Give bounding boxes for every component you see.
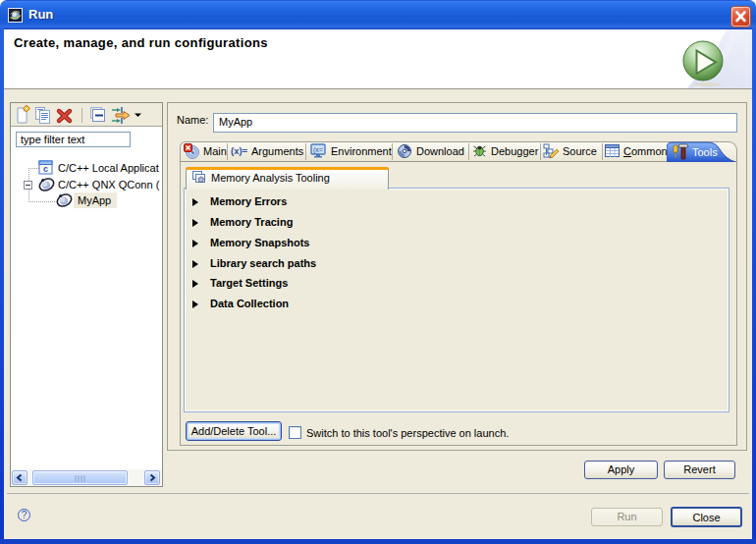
svg-text:(x=: (x= (313, 146, 323, 154)
svg-text:c: c (43, 164, 48, 174)
svg-text:Tools: Tools (692, 146, 718, 158)
svg-text:(x)=: (x)= (231, 145, 247, 156)
